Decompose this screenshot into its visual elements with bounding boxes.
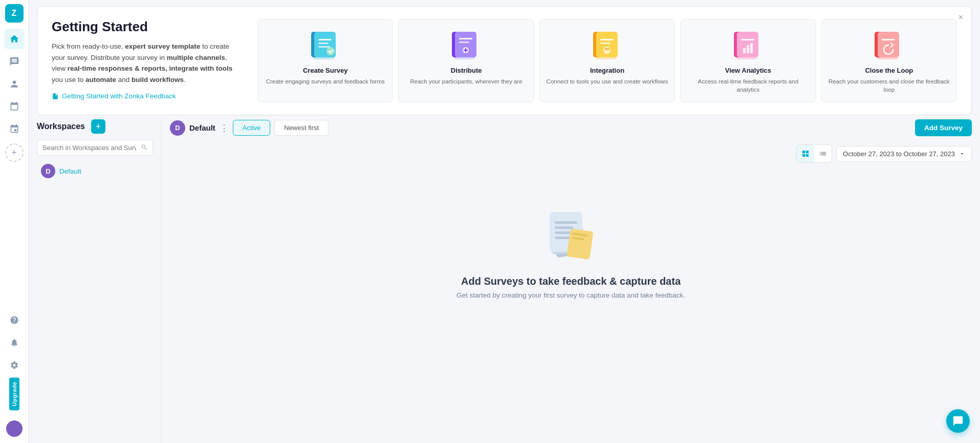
analytics-icon [732,29,765,61]
workspace-name: Default [59,167,81,175]
view-controls-row: October 27, 2023 to October 27, 2023 [170,144,972,163]
sidebar-item-feedback[interactable] [4,51,25,72]
svg-rect-16 [600,39,614,40]
workspace-avatar: D [41,164,55,178]
tabs-and-controls: D Default ⋮ Active Newest first Add Surv… [170,119,972,136]
gs-card-distribute[interactable]: Distribute Reach your participants, wher… [398,19,534,102]
tab-newest-first[interactable]: Newest first [274,120,329,136]
distribute-icon [450,29,483,61]
tab-active[interactable]: Active [233,120,270,136]
gs-card-analytics[interactable]: View Analytics Access real-time feedback… [680,19,816,102]
svg-rect-21 [737,32,758,57]
sidebar: Z + Upgrade [0,0,29,443]
search-icon [141,143,148,152]
analytics-desc: Access real-time feedback reports and an… [687,77,809,94]
sidebar-item-integrations[interactable] [4,119,25,139]
list-view-button[interactable] [814,145,832,162]
svg-rect-22 [741,39,754,40]
gs-card-create-survey[interactable]: Create Survey Create engaging surveys an… [257,19,393,102]
workspace-search-input[interactable] [37,140,153,156]
main-content: × Getting Started Pick from ready-to-use… [29,0,980,443]
app-logo[interactable]: Z [5,4,24,23]
empty-state-title: Add Surveys to take feedback & capture d… [461,276,681,287]
workspace-search-wrap [37,140,153,156]
svg-rect-10 [459,38,472,39]
view-toggle-group [796,144,832,163]
svg-rect-29 [882,39,895,40]
svg-rect-24 [747,45,749,53]
tabs-left: D Default ⋮ Active Newest first [170,120,329,136]
gs-link[interactable]: Getting Started with Zonka Feedback [52,92,176,100]
analytics-title: View Analytics [725,67,771,74]
main-body: Workspaces + D Default D [29,119,980,443]
workspace-item-default[interactable]: D Default [37,161,153,181]
right-content: D Default ⋮ Active Newest first Add Surv… [162,119,980,443]
workspace-menu-icon[interactable]: ⋮ [220,122,229,134]
integration-title: Integration [590,67,624,74]
sidebar-item-notifications[interactable] [4,332,25,353]
grid-view-button[interactable] [797,145,814,162]
gs-description: Pick from ready-to-use, expert survey te… [52,41,241,85]
empty-state: Add Surveys to take feedback & capture d… [170,171,972,320]
create-survey-icon [309,29,342,61]
svg-rect-23 [743,48,746,53]
svg-rect-5 [318,46,330,48]
close-loop-icon [873,29,905,61]
add-survey-button[interactable]: Add Survey [915,119,972,136]
upgrade-badge[interactable]: Upgrade [9,377,19,410]
svg-rect-25 [750,43,753,53]
svg-point-18 [603,47,611,54]
workspaces-left: Workspaces + [37,119,105,134]
svg-rect-4 [318,43,329,44]
gs-cards: Create Survey Create engaging surveys an… [257,19,957,102]
svg-rect-9 [455,32,476,57]
sidebar-item-home[interactable] [4,29,25,49]
date-range-filter[interactable]: October 27, 2023 to October 27, 2023 [836,146,972,162]
create-survey-title: Create Survey [303,67,347,74]
svg-rect-11 [459,41,469,43]
add-workspace-button[interactable]: + [91,119,105,134]
close-loop-title: Close the Loop [865,67,913,74]
close-loop-desc: Reach your customers and close the feedb… [828,77,950,94]
tabs-right: Add Survey [915,119,972,136]
workspace-name-area: D Default ⋮ [170,120,229,136]
workspace-d-avatar: D [170,120,185,136]
svg-rect-33 [555,221,577,224]
sidebar-item-help[interactable] [4,310,25,330]
date-range-text: October 27, 2023 to October 27, 2023 [843,150,955,158]
integration-icon [591,29,624,61]
svg-rect-36 [555,237,570,239]
gs-card-close-loop[interactable]: Close the Loop Reach your customers and … [821,19,957,102]
empty-state-description: Get started by creating your first surve… [456,291,685,299]
create-survey-desc: Create engaging surveys and feedback for… [266,77,385,86]
svg-point-6 [326,47,335,55]
sidebar-add-item[interactable]: + [5,143,24,162]
sidebar-item-contacts[interactable] [4,74,25,94]
svg-rect-34 [555,226,573,229]
distribute-title: Distribute [451,67,482,74]
workspaces-header: Workspaces + [37,119,153,134]
svg-rect-3 [318,39,332,40]
distribute-desc: Reach your participants, wherever they a… [410,77,522,86]
gs-text: Getting Started Pick from ready-to-use, … [52,19,241,102]
current-workspace-name: Default [189,123,215,132]
empty-state-icon [540,202,602,263]
gs-content: Getting Started Pick from ready-to-use, … [52,19,957,102]
sidebar-item-settings[interactable] [4,355,25,375]
integration-desc: Connect to tools you use and create work… [547,77,668,86]
close-getting-started-button[interactable]: × [959,13,963,22]
svg-rect-17 [600,43,611,44]
chat-support-button[interactable] [946,409,970,433]
sidebar-bottom: Upgrade [4,310,25,439]
svg-rect-37 [567,228,593,260]
gs-card-integration[interactable]: Integration Connect to tools you use and… [539,19,675,102]
user-avatar[interactable] [6,420,23,437]
sidebar-item-tasks[interactable] [4,96,25,117]
getting-started-panel: × Getting Started Pick from ready-to-use… [37,6,972,115]
workspaces-title: Workspaces [37,122,85,131]
workspaces-sidebar: Workspaces + D Default [29,119,162,443]
gs-title: Getting Started [52,19,241,35]
